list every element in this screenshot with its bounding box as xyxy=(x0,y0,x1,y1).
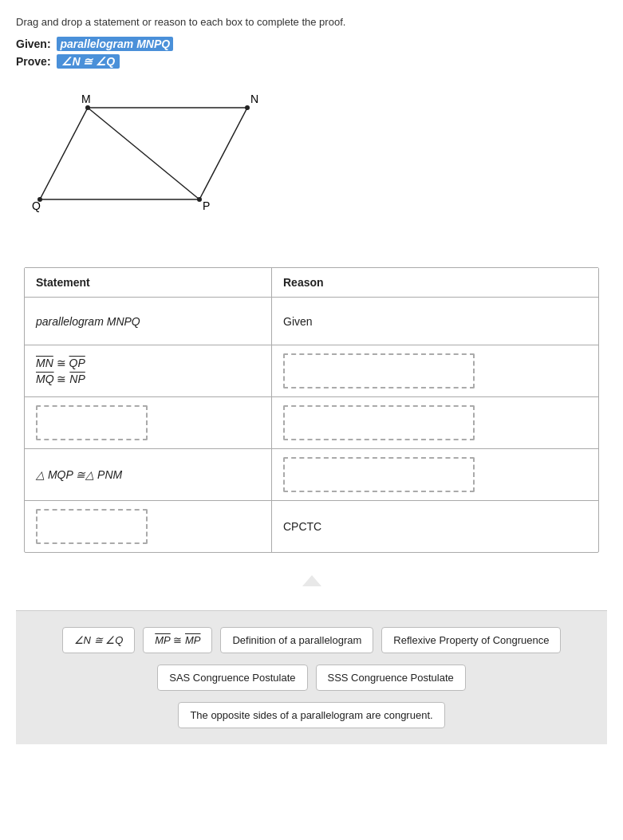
given-label: Given: xyxy=(16,37,51,50)
chip-reflexive-property[interactable]: Reflexive Property of Congruence xyxy=(381,627,561,653)
label-n: N xyxy=(250,93,258,105)
label-p: P xyxy=(203,199,210,212)
given-line: Given: parallelogram MNPQ xyxy=(16,37,607,50)
proof-row-4: △ MQP ≅△ PNM xyxy=(25,449,598,501)
proof-row-2: MN ≅ QP MQ ≅ NP xyxy=(25,345,598,397)
row1-reason: Given xyxy=(272,298,598,345)
proof-row-5: CPCTC xyxy=(25,501,598,552)
chip-mp-label: MP ≅ MP xyxy=(155,634,200,646)
instruction-text: Drag and drop a statement or reason to e… xyxy=(16,16,607,28)
svg-point-4 xyxy=(197,197,202,202)
row3-reason-drop[interactable] xyxy=(283,405,475,440)
row1-statement-text: parallelogram MNPQ xyxy=(36,315,140,328)
proof-row-3 xyxy=(25,397,598,449)
proof-table: Statement Reason parallelogram MNPQ Give… xyxy=(24,267,599,553)
proof-row-1: parallelogram MNPQ Given xyxy=(25,298,598,345)
row4-reason[interactable] xyxy=(272,449,598,500)
row5-statement-drop[interactable] xyxy=(36,509,148,544)
row4-statement-text: △ MQP ≅△ PNM xyxy=(36,468,122,481)
chip-sss-label: SSS Congruence Postulate xyxy=(328,672,454,684)
svg-point-2 xyxy=(85,105,90,110)
row3-reason[interactable] xyxy=(272,397,598,448)
chip-row-1: ∠N ≅ ∠Q MP ≅ MP Definition of a parallel… xyxy=(62,627,562,653)
proof-header: Statement Reason xyxy=(25,268,598,298)
row3-statement[interactable] xyxy=(25,397,272,448)
row5-statement[interactable] xyxy=(25,501,272,552)
row3-statement-drop[interactable] xyxy=(36,405,148,440)
triangle-divider-icon xyxy=(302,575,321,586)
parallelogram-diagram: M N P Q xyxy=(32,84,271,243)
row5-reason-text: CPCTC xyxy=(283,520,321,533)
chip-opposite-sides-label: The opposite sides of a parallelogram ar… xyxy=(190,709,432,721)
prove-line: Prove: ∠N ≅ ∠Q xyxy=(16,55,607,68)
drag-area: ∠N ≅ ∠Q MP ≅ MP Definition of a parallel… xyxy=(16,610,607,744)
svg-point-5 xyxy=(37,197,42,202)
chip-sss[interactable]: SSS Congruence Postulate xyxy=(316,665,466,691)
svg-line-1 xyxy=(88,108,199,199)
svg-point-3 xyxy=(245,105,250,110)
row2-statement: MN ≅ QP MQ ≅ NP xyxy=(25,345,272,396)
given-value: parallelogram MNPQ xyxy=(57,37,173,51)
label-m: M xyxy=(81,93,91,105)
chip-sas[interactable]: SAS Congruence Postulate xyxy=(157,665,307,691)
row4-statement: △ MQP ≅△ PNM xyxy=(25,449,272,500)
row2-statement-text: MN ≅ QP MQ ≅ NP xyxy=(36,357,85,385)
diagram: M N P Q xyxy=(32,84,287,243)
row2-reason[interactable] xyxy=(272,345,598,396)
chip-def-label: Definition of a parallelogram xyxy=(232,634,361,646)
header-statement: Statement xyxy=(25,268,272,297)
chip-definition-parallelogram[interactable]: Definition of a parallelogram xyxy=(220,627,373,653)
row2-reason-drop[interactable] xyxy=(283,353,475,388)
row5-reason: CPCTC xyxy=(272,501,598,552)
chip-row-3: The opposite sides of a parallelogram ar… xyxy=(178,702,444,728)
chip-mp-mp[interactable]: MP ≅ MP xyxy=(143,627,212,653)
chip-reflexive-label: Reflexive Property of Congruence xyxy=(393,634,549,646)
chip-angle-n-q[interactable]: ∠N ≅ ∠Q xyxy=(62,627,136,653)
chip-row-2: SAS Congruence Postulate SSS Congruence … xyxy=(157,665,466,691)
prove-value: ∠N ≅ ∠Q xyxy=(57,54,120,69)
chip-opposite-sides[interactable]: The opposite sides of a parallelogram ar… xyxy=(178,702,444,728)
chip-sas-label: SAS Congruence Postulate xyxy=(169,672,295,684)
row1-statement: parallelogram MNPQ xyxy=(25,298,272,345)
header-reason: Reason xyxy=(272,268,598,297)
prove-label: Prove: xyxy=(16,55,51,68)
row1-reason-text: Given xyxy=(283,315,313,328)
chip-angle-label: ∠N ≅ ∠Q xyxy=(74,634,124,646)
row4-reason-drop[interactable] xyxy=(283,457,475,492)
